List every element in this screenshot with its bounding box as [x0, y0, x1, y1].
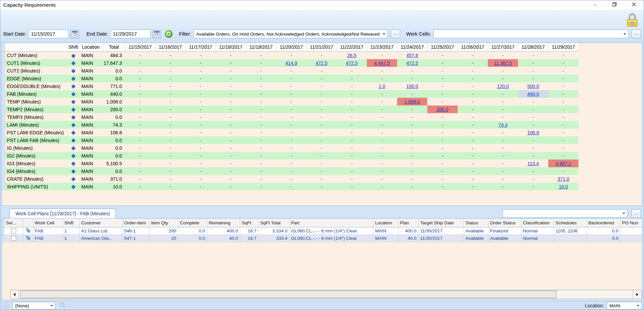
capacity-value-link[interactable]: 500.0 — [527, 84, 539, 89]
column-header[interactable]: 11/16/2017 — [155, 43, 185, 51]
location-combobox[interactable]: MAIN — [607, 302, 642, 309]
plans-column-header[interactable]: Part — [289, 219, 373, 227]
plans-filter-combobox[interactable] — [503, 209, 628, 218]
plans-column-header[interactable]: SqFt Total — [258, 219, 289, 227]
column-header[interactable]: 11/28/2017 — [518, 43, 548, 51]
plans-column-header[interactable]: Remaining — [207, 219, 240, 227]
plus-icon[interactable] — [71, 138, 76, 143]
plus-icon[interactable] — [71, 185, 76, 189]
preset-combobox[interactable]: {None} — [12, 302, 55, 309]
select-checkbox[interactable] — [11, 236, 16, 241]
column-header[interactable]: 11/24/2017 — [397, 43, 427, 51]
start-date-calendar-button[interactable]: 15 — [71, 30, 79, 38]
plans-more-button[interactable]: ... — [632, 209, 641, 218]
column-header[interactable]: 11/23/2017 — [367, 43, 397, 51]
plans-column-header[interactable]: Status — [464, 219, 488, 227]
capacity-value-link[interactable]: 1.0 — [379, 84, 385, 89]
capacity-value-link[interactable]: 11,367.5 — [494, 60, 512, 66]
plans-column-header[interactable]: Sel... — [4, 219, 23, 227]
capacity-value-link[interactable]: 113.4 — [527, 161, 539, 166]
plans-column-header[interactable]: PO Nun — [620, 219, 642, 227]
capacity-value-link[interactable]: 371.0 — [557, 176, 569, 182]
capacity-value-link[interactable]: 74.3 — [498, 122, 507, 128]
lock-icon[interactable] — [626, 12, 639, 29]
column-header[interactable]: 11/26/2017 — [458, 43, 488, 51]
column-header[interactable]: 11/18/2017 — [216, 43, 246, 51]
plans-row[interactable]: FAB1A1 Glass Ltd.546-12000.0400.016.73,3… — [2, 227, 642, 234]
plans-column-header[interactable] — [23, 219, 33, 227]
plans-column-header[interactable]: Location — [373, 219, 398, 227]
capacity-value-link[interactable]: 440.0 — [527, 91, 539, 97]
end-date-input[interactable]: 11/29/2017 — [110, 30, 151, 38]
plus-icon[interactable] — [71, 169, 76, 174]
plans-column-header[interactable]: Schedules — [554, 219, 587, 227]
capacity-value-link[interactable]: 457.8 — [406, 53, 418, 58]
plans-column-header[interactable]: SqFt — [240, 219, 258, 227]
capacity-value-link[interactable]: 472.5 — [346, 60, 357, 66]
start-date-input[interactable]: 11/15/2017 — [28, 30, 69, 38]
plus-icon[interactable] — [71, 61, 76, 65]
plans-column-header[interactable]: Work Cell — [33, 219, 62, 227]
column-header[interactable]: 11/25/2017 — [427, 43, 458, 51]
end-date-calendar-button[interactable]: 15 — [153, 30, 161, 38]
column-header-work-cell[interactable] — [5, 43, 68, 51]
detail-icon-cell[interactable] — [23, 234, 33, 242]
plus-icon[interactable] — [71, 100, 76, 104]
plans-column-header[interactable]: Plan — [398, 219, 418, 227]
work-cells-combobox[interactable] — [433, 30, 629, 38]
scroll-right-button[interactable] — [633, 290, 641, 299]
column-header[interactable]: 11/20/2017 — [276, 43, 306, 51]
filter-combobox[interactable]: Available Orders, On Hold Orders, Not Ac… — [194, 30, 388, 38]
plus-icon[interactable] — [71, 107, 76, 112]
capacity-value-link[interactable]: 414.9 — [285, 60, 297, 66]
capacity-value-link[interactable]: 26.5 — [347, 53, 356, 58]
capacity-value-link[interactable]: 106.8 — [527, 130, 539, 135]
plus-icon[interactable] — [71, 131, 76, 135]
capacity-value-link[interactable]: 472.5 — [315, 60, 327, 66]
plus-icon[interactable] — [71, 123, 76, 127]
tab-work-cell-plans[interactable]: Work Cell Plans [11/28/2017] - FAB (Minu… — [9, 209, 116, 218]
plus-icon[interactable] — [71, 84, 76, 89]
dropdown-arrow-icon[interactable] — [621, 30, 628, 38]
close-button[interactable] — [624, 0, 644, 10]
capacity-value-link[interactable]: 120.0 — [497, 84, 509, 89]
plans-column-header[interactable]: Target Ship Date — [418, 219, 464, 227]
plans-column-header[interactable]: Customer — [79, 219, 122, 227]
capacity-value-link[interactable]: 10.0 — [559, 184, 568, 189]
plus-icon[interactable] — [71, 177, 76, 181]
dropdown-arrow-icon[interactable] — [634, 302, 641, 309]
detail-icon-cell[interactable] — [23, 227, 33, 234]
capacity-value-link[interactable]: 150.0 — [406, 84, 418, 89]
plus-icon[interactable] — [71, 162, 76, 166]
capacity-value-link[interactable]: 4,987.1 — [556, 161, 571, 166]
column-header[interactable]: Total — [103, 43, 125, 51]
capacity-value-link[interactable]: 1,008.0 — [404, 99, 420, 104]
restore-button[interactable] — [605, 0, 624, 10]
plus-icon[interactable] — [71, 154, 76, 158]
filter-more-button[interactable]: ... — [391, 30, 400, 38]
refresh-button[interactable] — [164, 30, 173, 38]
plans-row[interactable]: FAB1American Gla...547-1200.040.016.7333… — [2, 234, 642, 242]
scroll-left-button[interactable] — [10, 290, 19, 299]
dropdown-arrow-icon[interactable] — [380, 30, 387, 38]
capacity-value-link[interactable]: 472.5 — [406, 60, 418, 66]
dropdown-arrow-icon[interactable] — [48, 302, 55, 309]
column-header[interactable]: 11/21/2017 — [306, 43, 337, 51]
plus-icon[interactable] — [71, 92, 76, 96]
column-header[interactable]: 11/15/2017 — [125, 43, 155, 51]
plans-column-header[interactable]: Classification — [521, 219, 554, 227]
capacity-value-link[interactable]: 4,447.5 — [374, 60, 390, 66]
plus-icon[interactable] — [71, 54, 76, 58]
column-header[interactable]: 11/19/2017 — [246, 43, 276, 51]
plans-column-header[interactable]: Complete — [178, 219, 207, 227]
plus-icon[interactable] — [71, 115, 76, 120]
scrollbar-thumb[interactable] — [20, 291, 556, 298]
work-cells-more-button[interactable]: ... — [632, 30, 641, 38]
plus-icon[interactable] — [71, 77, 76, 81]
select-checkbox[interactable] — [11, 228, 16, 233]
plus-icon[interactable] — [71, 69, 76, 73]
column-header[interactable]: 11/22/2017 — [337, 43, 367, 51]
column-header[interactable]: 11/17/2017 — [185, 43, 216, 51]
column-header[interactable]: 11/27/2017 — [488, 43, 518, 51]
plans-column-header[interactable]: Order Status — [488, 219, 521, 227]
